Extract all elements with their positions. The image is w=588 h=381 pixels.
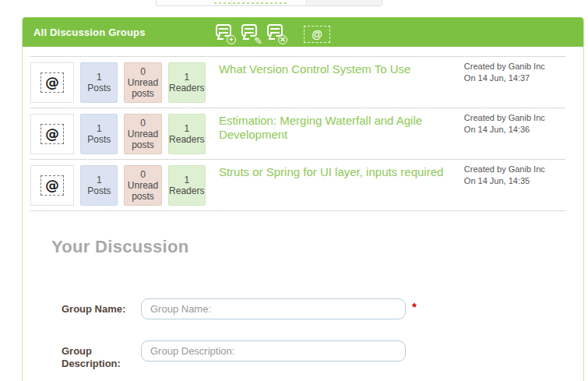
readers-count: 1 (184, 175, 189, 185)
posts-count: 1 (97, 175, 102, 185)
discussion-title-link[interactable]: Struts or Spring for UI layer, inputs re… (219, 165, 464, 179)
unread-badge: 0 Unread posts (124, 114, 161, 154)
group-icon-cell: @ (30, 165, 74, 206)
readers-count: 1 (184, 123, 189, 134)
discussion-row[interactable]: @ 1 Posts 0 Unread posts 1 Readers Estim… (30, 108, 565, 159)
unread-badge: 0 Unread posts (124, 62, 161, 103)
created-on: On 14 Jun, 14:37 (464, 72, 553, 84)
posts-count: 1 (97, 72, 102, 83)
chat-bubble-icon (267, 24, 283, 37)
at-icon: @ (40, 124, 64, 144)
unread-label: Unread posts (125, 129, 160, 150)
panel-title: All Discussion Groups (23, 26, 146, 38)
posts-badge: 1 Posts (80, 165, 118, 206)
unread-count: 0 (140, 118, 146, 129)
your-discussion-heading: Your Discussion (51, 237, 188, 257)
readers-badge: 1 Readers (168, 114, 206, 154)
readers-badge: 1 Readers (168, 165, 206, 206)
plus-badge-icon: + (227, 35, 236, 44)
unread-label: Unread posts (125, 77, 160, 99)
page: All Discussion Groups + ✎ ✕ @ (0, 0, 588, 381)
created-meta: Created by Ganib Inc On 14 Jun, 14:36 (464, 112, 553, 136)
posts-count: 1 (97, 123, 102, 134)
edit-discussion-group-icon[interactable]: ✎ (240, 23, 261, 44)
at-icon: @ (40, 72, 64, 93)
x-badge-icon: ✕ (278, 35, 287, 44)
created-by: Created by Ganib Inc (464, 112, 553, 124)
your-discussion-form: Your Discussion Group Name: * Group Desc… (23, 211, 583, 381)
unread-badge: 0 Unread posts (124, 165, 161, 206)
top-tab-segment[interactable] (307, 0, 382, 5)
discussion-title-link[interactable]: Estimation: Merging Waterfall and Agile … (219, 114, 464, 142)
delete-discussion-group-icon[interactable]: ✕ (266, 23, 287, 44)
group-name-label: Group Name: (62, 298, 141, 316)
readers-label: Readers (169, 134, 204, 145)
group-description-input[interactable] (141, 340, 406, 362)
readers-label: Readers (169, 83, 204, 93)
created-on: On 14 Jun, 14:36 (464, 124, 553, 136)
posts-badge: 1 Posts (80, 62, 118, 103)
readers-count: 1 (184, 72, 189, 83)
group-name-row: Group Name: * (62, 298, 417, 319)
add-discussion-group-icon[interactable]: + (214, 23, 235, 44)
created-meta: Created by Ganib Inc On 14 Jun, 14:37 (464, 61, 553, 84)
discussion-groups-panel: All Discussion Groups + ✎ ✕ @ (22, 17, 584, 381)
discussion-list: @ 1 Posts 0 Unread posts 1 Readers What … (30, 56, 565, 211)
posts-label: Posts (87, 185, 111, 196)
top-tab-strip-partial[interactable] (156, 0, 382, 6)
group-description-row: Group Description: (62, 340, 406, 370)
tab-green-artifact (214, 2, 287, 4)
created-by: Created by Ganib Inc (464, 164, 553, 175)
group-icon-cell: @ (30, 62, 74, 103)
unread-count: 0 (140, 169, 146, 180)
discussion-row[interactable]: @ 1 Posts 0 Unread posts 1 Readers Strut… (30, 159, 565, 210)
unread-label: Unread posts (125, 180, 160, 202)
required-asterisk: * (412, 298, 417, 313)
header-toolbar: + ✎ ✕ @ (214, 22, 335, 44)
discussion-title-link[interactable]: What Version Control System To Use (219, 62, 464, 76)
unread-count: 0 (140, 66, 146, 77)
group-icon-cell: @ (30, 114, 74, 154)
top-tab-segment[interactable] (232, 0, 308, 5)
at-icon: @ (40, 175, 64, 196)
panel-header: All Discussion Groups + ✎ ✕ @ (23, 17, 583, 47)
posts-label: Posts (87, 134, 111, 145)
pencil-icon: ✎ (254, 36, 262, 46)
created-on: On 14 Jun, 14:35 (464, 175, 553, 187)
chat-bubble-icon (216, 24, 231, 37)
discussion-groups-at-icon[interactable]: @ (304, 26, 330, 43)
created-meta: Created by Ganib Inc On 14 Jun, 14:35 (464, 164, 553, 187)
posts-label: Posts (87, 83, 111, 93)
readers-label: Readers (169, 185, 204, 196)
discussion-row[interactable]: @ 1 Posts 0 Unread posts 1 Readers What … (30, 56, 565, 108)
created-by: Created by Ganib Inc (464, 61, 553, 72)
posts-badge: 1 Posts (80, 114, 118, 154)
readers-badge: 1 Readers (168, 62, 206, 103)
group-description-label: Group Description: (62, 340, 141, 370)
group-name-input[interactable] (141, 298, 406, 319)
